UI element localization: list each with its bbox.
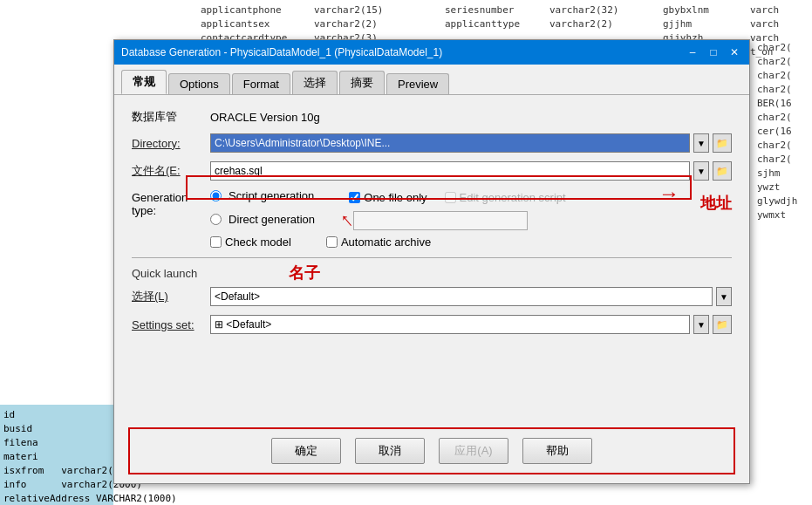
direct-gen-row: Direct generation — [210, 213, 315, 226]
tab-xuanze[interactable]: 选择 — [292, 71, 338, 94]
bottom-panel: idbusidfilenamateriisxfrom varchar2(2)in… — [0, 405, 113, 505]
gen-options: Script generation One file only Edit gen… — [210, 189, 732, 230]
extra-checkboxes: Check model Automatic archive — [210, 235, 732, 249]
settings-label: Settings set: — [132, 318, 210, 331]
filename-input-container: ▼ 📁 — [210, 161, 732, 181]
gen-type-label: Generation type: — [132, 189, 210, 217]
settings-browse[interactable]: 📁 — [713, 315, 732, 334]
cancel-button[interactable]: 取消 — [355, 438, 425, 464]
tab-changjian[interactable]: 常规 — [121, 70, 167, 94]
one-file-label: One file only — [364, 191, 426, 204]
annotation-mingzi: 名子 — [289, 263, 320, 283]
right-bg-text: char2(char2(char2(char2(BER(16char2(cer(… — [755, 39, 812, 224]
select-dropdown[interactable]: ▼ — [716, 287, 732, 306]
minimize-button[interactable]: – — [685, 45, 700, 59]
filename-input[interactable] — [210, 161, 690, 181]
tab-zhaiyao[interactable]: 摘要 — [339, 71, 385, 94]
one-file-checkbox[interactable] — [349, 192, 360, 203]
apply-button[interactable]: 应用(A) — [439, 438, 508, 464]
script-gen-label: Script generation — [229, 189, 314, 202]
db-value: ORACLE Version 10g — [210, 111, 320, 124]
auto-archive-label: Automatic archive — [341, 235, 431, 249]
edit-gen-checkbox[interactable] — [445, 192, 456, 203]
filename-dropdown[interactable]: ▼ — [693, 161, 709, 181]
select-label: 选择(L) — [132, 289, 210, 304]
check-model-checkbox[interactable] — [210, 236, 222, 248]
directory-row: Directory: ▼ 📁 — [132, 133, 732, 153]
select-input-container: ▼ — [210, 287, 732, 306]
settings-row: Settings set: ▼ 📁 — [132, 315, 732, 334]
bg-col3: seriesnumberapplicanttype — [445, 3, 520, 31]
edit-gen-label: Edit generation script — [460, 191, 566, 204]
maximize-button[interactable]: □ — [706, 45, 721, 59]
directory-browse[interactable]: 📁 — [713, 133, 732, 153]
db-row: 数据库管 ORACLE Version 10g — [132, 109, 732, 125]
directory-input-container: ▼ 📁 — [210, 133, 732, 153]
right-options-script: One file only Edit generation script — [349, 191, 565, 204]
annotation-dizhi: 地址 — [700, 193, 732, 214]
filename-browse[interactable]: 📁 — [713, 161, 732, 181]
select-input[interactable] — [210, 287, 713, 306]
help-button[interactable]: 帮助 — [522, 438, 592, 464]
direct-gen-label: Direct generation — [229, 213, 315, 226]
quick-launch-section: Quick launch 选择(L) ▼ Settings set: ▼ 📁 — [132, 267, 732, 334]
filename-row: 文件名(E: ▼ 📁 — [132, 161, 732, 181]
dialog-title: Database Generation - PhysicalDataModel_… — [121, 46, 442, 58]
select-row: 选择(L) ▼ — [132, 287, 732, 306]
tab-preview[interactable]: Preview — [386, 73, 449, 94]
script-gen-radio[interactable] — [210, 190, 222, 201]
directory-label: Directory: — [132, 137, 210, 150]
tab-format[interactable]: Format — [232, 73, 290, 94]
title-controls: – □ ✕ — [685, 45, 742, 59]
dialog: Database Generation - PhysicalDataModel_… — [113, 39, 750, 484]
divider — [132, 257, 732, 258]
close-button[interactable]: ✕ — [727, 45, 742, 59]
settings-input[interactable] — [210, 315, 690, 334]
quick-launch-title: Quick launch — [132, 267, 732, 280]
bottom-buttons-area: 确定 取消 应用(A) 帮助 — [128, 427, 735, 474]
directory-input[interactable] — [210, 133, 690, 153]
edit-gen-input[interactable] — [353, 211, 528, 230]
tabs-bar: 常规 Options Format 选择 摘要 Preview — [114, 65, 749, 95]
direct-gen-radio[interactable] — [210, 214, 222, 225]
confirm-button[interactable]: 确定 — [271, 438, 341, 464]
title-bar: Database Generation - PhysicalDataModel_… — [114, 40, 749, 65]
generation-type-row: Generation type: Script generation One f… — [132, 189, 732, 230]
tab-options[interactable]: Options — [168, 73, 230, 94]
db-label: 数据库管 — [132, 109, 210, 125]
script-gen-row: Script generation — [210, 189, 314, 202]
dialog-content: 数据库管 ORACLE Version 10g Directory: ▼ 📁 文… — [114, 95, 749, 357]
auto-archive-checkbox[interactable] — [326, 236, 338, 248]
arrow-dizhi: → — [658, 181, 679, 206]
check-model-label: Check model — [225, 235, 291, 249]
settings-input-container: ▼ 📁 — [210, 315, 732, 334]
bg-col4: varchar2(32)varchar2(2) — [549, 3, 618, 31]
settings-dropdown[interactable]: ▼ — [693, 315, 709, 334]
directory-dropdown[interactable]: ▼ — [693, 133, 709, 153]
filename-label: 文件名(E: — [132, 163, 210, 179]
